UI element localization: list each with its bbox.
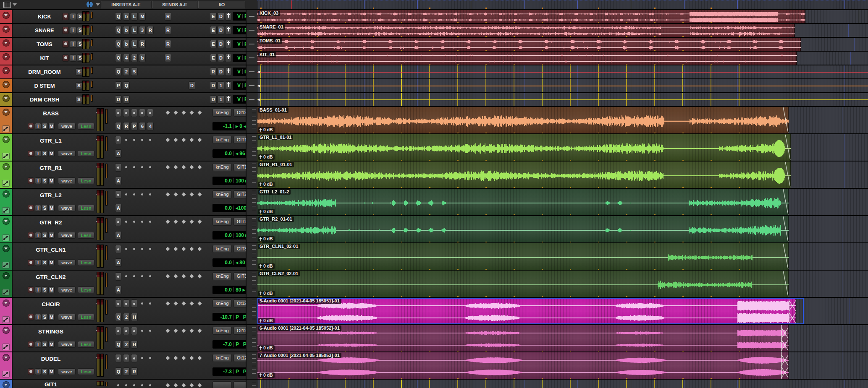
track-name[interactable]: GTR_L1 — [15, 138, 87, 144]
track-height-column[interactable] — [246, 298, 257, 324]
io-header[interactable]: I/O — [198, 1, 245, 8]
automation-mode-button[interactable]: Lesn — [78, 232, 94, 239]
playlist-button[interactable]: E — [210, 40, 217, 48]
solo-button[interactable]: S — [42, 232, 48, 239]
playlist-button[interactable]: R — [210, 68, 217, 76]
send-slot-empty[interactable] — [166, 165, 170, 169]
empty-timeline-area[interactable] — [795, 24, 868, 37]
send-slot-empty[interactable] — [182, 302, 186, 306]
track-height-column[interactable] — [246, 38, 257, 51]
insert-plugin-button[interactable]: R — [123, 122, 130, 130]
insert-slot-empty[interactable] — [149, 302, 151, 305]
insert-slot-button[interactable]: L — [131, 40, 138, 48]
send-slot-empty[interactable] — [198, 138, 202, 142]
track-options-icon[interactable] — [3, 272, 10, 279]
output-path-button[interactable] — [212, 381, 232, 388]
track-options-icon[interactable] — [3, 39, 10, 47]
input-monitor-button[interactable]: I — [35, 232, 41, 239]
audio-clip[interactable]: GTR_L1_01-01 0 dB — [257, 134, 791, 161]
input-monitor-button[interactable]: I — [35, 205, 41, 211]
automation-button[interactable]: D — [218, 40, 224, 48]
record-enable-button[interactable] — [28, 259, 34, 266]
solo-button[interactable]: S — [42, 205, 48, 211]
insert-slot-active[interactable] — [115, 163, 121, 172]
send-slot-button[interactable]: R — [165, 26, 171, 34]
automation-button[interactable]: 1 — [218, 95, 224, 104]
trim-button[interactable] — [225, 26, 231, 34]
output-path-button[interactable]: knEng — [212, 354, 232, 362]
track-options-icon[interactable] — [3, 327, 10, 334]
track-height-column[interactable] — [246, 352, 257, 379]
insert-slot-empty[interactable] — [149, 275, 151, 277]
voice-indicator[interactable]: V — [237, 96, 241, 102]
track-timeline-lane[interactable]: GTR_CLN1_02-01 0 dB — [257, 243, 868, 270]
insert-slot-active[interactable] — [115, 190, 121, 199]
track-name[interactable]: GTR_L2 — [15, 192, 87, 198]
trim-button[interactable] — [225, 95, 231, 104]
track-timeline-lane[interactable]: GTR_R1_01-01 0 dB — [257, 161, 868, 188]
insert-slot-button[interactable]: b — [123, 40, 130, 48]
voice-indicator[interactable]: V — [237, 13, 241, 19]
send-slot-empty[interactable] — [174, 302, 178, 306]
insert-plugin-button[interactable]: A — [115, 286, 122, 294]
track-name[interactable]: DRM_ROOM — [15, 69, 74, 75]
track-height-column[interactable] — [246, 52, 257, 65]
track-name[interactable]: D STEM — [15, 83, 74, 89]
mute-button[interactable]: M — [48, 286, 55, 293]
input-monitor-button[interactable]: I — [35, 123, 41, 130]
insert-slot-empty[interactable] — [141, 384, 143, 386]
send-slot-empty[interactable] — [182, 193, 186, 197]
output-path-button[interactable]: knEng — [212, 245, 232, 253]
track-name[interactable]: GTR_CLN1 — [15, 247, 87, 253]
mute-button[interactable]: M — [48, 205, 55, 211]
insert-slot-empty[interactable] — [149, 384, 151, 386]
insert-slot-empty[interactable] — [149, 139, 151, 141]
send-slot-empty[interactable] — [198, 329, 202, 333]
record-enable-button[interactable] — [62, 55, 69, 62]
insert-slot-active[interactable] — [123, 354, 129, 362]
audio-clip[interactable]: GTR_CLN2_02-01 0 dB — [257, 271, 789, 297]
volume-value[interactable]: 0.0 — [212, 177, 232, 185]
volume-value[interactable]: 0.0 — [212, 204, 232, 212]
insert-slot-active[interactable] — [115, 218, 121, 226]
solo-button[interactable]: S — [42, 341, 48, 348]
send-slot-empty[interactable] — [198, 274, 202, 279]
playlist-view-button[interactable]: wave — [58, 232, 76, 239]
send-slot-empty[interactable] — [182, 220, 186, 224]
track-timeline-lane[interactable]: SNARE_01 — [257, 24, 868, 37]
send-slot-button[interactable]: R — [165, 54, 171, 62]
solo-button[interactable]: S — [42, 259, 48, 266]
pan-value[interactable]: P P — [236, 341, 247, 347]
insert-slot-empty[interactable] — [149, 193, 151, 195]
elastic-audio-track-icon[interactable] — [2, 207, 10, 214]
audio-clip[interactable]: SNARE_01 — [257, 24, 795, 37]
input-monitor-button[interactable]: I — [35, 150, 41, 157]
insert-slot-button[interactable]: D — [123, 95, 130, 104]
insert-slot-empty[interactable] — [141, 193, 143, 195]
record-enable-button[interactable] — [62, 13, 69, 20]
track-options-icon[interactable] — [3, 53, 10, 60]
track-options-icon[interactable] — [3, 136, 10, 143]
insert-plugin-button[interactable]: 2 — [123, 340, 130, 349]
playlist-view-button[interactable]: wave — [58, 205, 76, 211]
insert-slot-button[interactable]: R — [139, 40, 146, 48]
insert-slot-empty[interactable] — [133, 166, 135, 168]
insert-slot-button[interactable]: Q — [115, 68, 122, 76]
track-timeline-lane[interactable]: GTR_CLN2_02-01 0 dB — [257, 271, 868, 297]
send-slot-empty[interactable] — [166, 302, 170, 306]
audio-clip[interactable]: BASS_01-01 0 dB — [257, 107, 789, 133]
elastic-audio-track-icon[interactable] — [2, 344, 10, 350]
playlist-view-button[interactable]: wave — [58, 150, 76, 157]
solo-button[interactable]: S — [42, 150, 48, 157]
send-slot-empty[interactable] — [190, 220, 194, 224]
send-slot-empty[interactable] — [198, 356, 202, 360]
send-slot-empty[interactable] — [166, 356, 170, 360]
insert-slot-empty[interactable] — [133, 275, 135, 277]
send-slot-empty[interactable] — [174, 111, 178, 115]
volume-value[interactable]: 0.0 — [212, 149, 232, 158]
insert-slot-button[interactable]: Q — [123, 81, 130, 90]
insert-slot-empty[interactable] — [149, 248, 151, 250]
insert-slot-button[interactable]: b — [123, 26, 130, 34]
record-enable-button[interactable] — [62, 27, 69, 34]
send-slot-empty[interactable] — [198, 165, 202, 169]
